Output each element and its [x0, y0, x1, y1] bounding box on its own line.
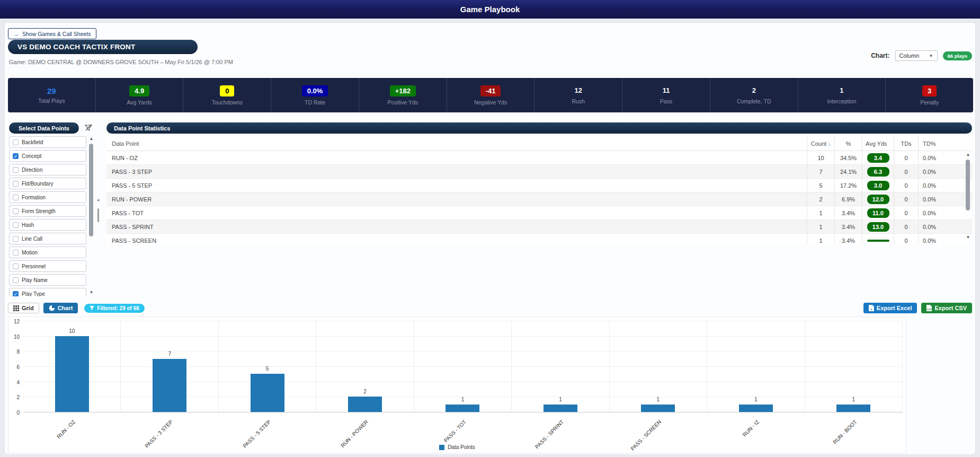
stat-value: -41 [480, 85, 501, 96]
chart-select-label: Chart: [871, 52, 889, 59]
bar-run-iz[interactable] [739, 405, 773, 412]
y-tick-label: 0 [16, 410, 20, 416]
table-row-pass-sprint[interactable]: PASS - SPRINT13.4%13.000.0% [106, 220, 972, 234]
cell-count: 1 [807, 220, 834, 233]
scroll-up-icon[interactable]: ▲ [965, 152, 971, 157]
scrollbar-thumb[interactable] [966, 160, 970, 210]
scroll-down-icon[interactable]: ▼ [965, 235, 971, 240]
chart-category-pass-3-step: 7 [121, 321, 218, 412]
checkbox-checked-icon[interactable]: ✓ [13, 291, 19, 297]
checkbox-icon[interactable] [13, 250, 19, 256]
y-tick-label: 8 [16, 349, 20, 355]
scrollbar-thumb[interactable] [89, 144, 93, 236]
matchup-title-text: VS DEMO COACH TACTIX FRONT [17, 43, 135, 51]
scroll-down-icon[interactable]: ▼ [88, 290, 94, 295]
table-row-pass-3-step[interactable]: PASS - 3 STEP724.1%6.300.0% [106, 165, 972, 179]
cell-name: RUN - OZ [106, 151, 807, 164]
bar-pass-3-step[interactable] [153, 359, 186, 412]
checkbox-icon[interactable] [13, 236, 19, 242]
avg-yds-badge: 3.0 [867, 181, 889, 190]
sidebar-item-fld-boundary[interactable]: Fld/Boundary [9, 178, 86, 189]
sidebar-item-label: Direction [22, 167, 42, 173]
table-row-pass-tot[interactable]: PASS - TOT13.4%11.000.0% [106, 206, 972, 220]
x-label-cell: RUN - IZ [707, 415, 805, 447]
bar-value-label: 2 [316, 389, 413, 394]
col-td-pct[interactable]: TD% [918, 136, 942, 151]
export-buttons: x Export Excel csv Export CSV [863, 303, 972, 313]
sidebar-item-direction[interactable]: Direction [9, 164, 86, 175]
table-row-pass-screen[interactable]: PASS - SCREEN13.4%00.0% [106, 234, 972, 243]
chart-category-pass-screen: 1 [610, 321, 707, 412]
sidebar-item-backfield[interactable]: Backfield [9, 136, 86, 148]
col-spacer [942, 136, 972, 151]
table-row-run-oz[interactable]: RUN - OZ1034.5%3.400.0% [106, 151, 972, 165]
sidebar-scrollbar[interactable]: ▲ ▼ [88, 136, 94, 295]
sidebar-item-play-type[interactable]: ✓Play Type [9, 288, 86, 296]
export-csv-button[interactable]: csv Export CSV [921, 303, 972, 313]
scroll-up-icon[interactable]: ▲ [88, 136, 94, 142]
table-scrollbar[interactable]: ▲ ▼ [965, 152, 971, 240]
x-label-cell: PASS - 3 STEP [121, 415, 218, 447]
checkbox-icon[interactable] [13, 222, 19, 228]
cell-pct: 3.4% [834, 206, 862, 219]
bar-run-oz[interactable] [55, 336, 89, 412]
stat-avg-yards: 4.9Avg Yards [96, 78, 184, 112]
sidebar-item-line-call[interactable]: Line Call [9, 233, 86, 244]
stat-label: Complete, TD [737, 98, 771, 104]
checkbox-icon[interactable] [13, 195, 19, 200]
clear-filter-icon[interactable] [84, 124, 93, 132]
bar-run-power[interactable] [348, 397, 382, 412]
col-data-point[interactable]: Data Point [106, 136, 807, 151]
stat-label: Interception [827, 98, 857, 104]
col-pct[interactable]: % [834, 136, 862, 151]
pie-chart-icon [49, 305, 55, 311]
checkbox-icon[interactable] [13, 263, 19, 269]
stat-value: 0 [220, 85, 234, 96]
collapse-sidebar-icon[interactable]: ◄ [96, 198, 100, 203]
chart-type-select[interactable]: Column ▼ [895, 50, 938, 61]
sidebar-item-label: Personnel [22, 263, 46, 269]
sidebar-item-concept[interactable]: ✓Concept [9, 150, 86, 162]
bar-pass-5-step[interactable] [251, 374, 284, 412]
cell-tds: 0 [894, 179, 918, 192]
matchup-title: VS DEMO COACH TACTIX FRONT [8, 40, 198, 54]
chart-category-run-boot: 1 [805, 321, 903, 412]
avg-yds-badge: 12.0 [867, 195, 889, 204]
cell-tds: 0 [894, 220, 918, 233]
bar-run-boot[interactable] [836, 405, 870, 412]
checkbox-icon[interactable] [13, 181, 19, 187]
checkbox-icon[interactable] [13, 208, 19, 214]
checkbox-icon[interactable] [13, 167, 19, 173]
bar-pass-sprint[interactable] [544, 405, 577, 412]
col-avg-yds[interactable]: Avg Yds [862, 136, 894, 151]
stat-value: 12 [575, 86, 582, 95]
filtered-count-badge[interactable]: Filtered: 29 of 66 [84, 304, 144, 313]
sidebar-item-personnel[interactable]: Personnel [9, 260, 86, 272]
table-row-run-power[interactable]: RUN - POWER26.9%12.000.0% [106, 192, 972, 206]
chart-view-button[interactable]: Chart [43, 303, 78, 313]
sidebar-item-motion[interactable]: Motion [9, 247, 86, 258]
sidebar-item-play-name[interactable]: Play Name [9, 274, 86, 286]
table-panel-header: Data Point Statistics [106, 122, 972, 134]
select-data-points-button[interactable]: Select Data Points [9, 122, 79, 134]
checkbox-checked-icon[interactable]: ✓ [13, 153, 19, 159]
cell-name: PASS - TOT [106, 206, 807, 219]
cell-pct: 24.1% [834, 165, 862, 178]
bar-pass-screen[interactable] [641, 405, 675, 412]
export-excel-button[interactable]: x Export Excel [863, 303, 917, 313]
col-tds[interactable]: TDs [894, 136, 918, 151]
sidebar-item-form-strength[interactable]: Form Strength [9, 205, 86, 217]
bar-pass-tot[interactable] [446, 405, 479, 412]
cell-avg: 12.0 [862, 192, 894, 206]
chart-category-run-oz: 10 [23, 321, 121, 412]
grid-view-button[interactable]: Grid [8, 303, 39, 313]
stat-value: 1 [840, 86, 843, 95]
show-games-call-sheets-button[interactable]: → Show Games & Call Sheets [8, 28, 96, 39]
col-count[interactable]: Count↓ [807, 136, 834, 151]
table-row-pass-5-step[interactable]: PASS - 5 STEP517.2%3.000.0% [106, 179, 972, 192]
x-label-cell: PASS - TOT [414, 415, 512, 447]
sidebar-item-hash[interactable]: Hash [9, 219, 86, 231]
sidebar-item-formation[interactable]: Formation [9, 191, 86, 203]
checkbox-icon[interactable] [13, 277, 19, 283]
checkbox-icon[interactable] [13, 139, 19, 145]
